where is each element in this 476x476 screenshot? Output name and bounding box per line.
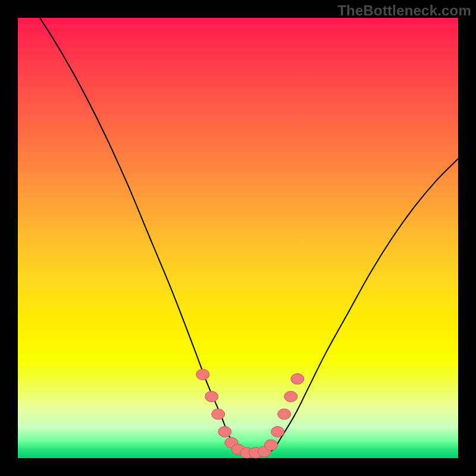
curve-marker bbox=[291, 374, 304, 384]
curve-marker bbox=[271, 427, 284, 437]
curve-marker bbox=[284, 391, 298, 402]
curve-path bbox=[18, 0, 458, 454]
outer-frame: TheBottleneck.com bbox=[0, 0, 476, 476]
curve-marker bbox=[196, 369, 209, 380]
curve-marker bbox=[212, 409, 225, 419]
curve-marker bbox=[265, 440, 278, 450]
curve-marker bbox=[218, 427, 231, 437]
bottleneck-curve bbox=[18, 0, 458, 454]
curve-marker bbox=[205, 391, 218, 402]
curve-markers bbox=[196, 369, 304, 458]
chart-overlay-svg bbox=[0, 0, 476, 476]
curve-marker bbox=[278, 409, 291, 419]
